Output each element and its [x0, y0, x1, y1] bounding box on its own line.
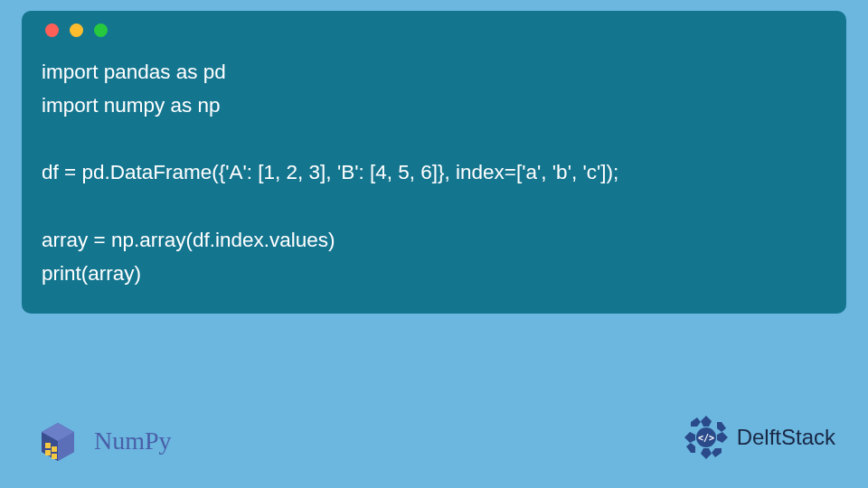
svg-rect-6 — [52, 446, 57, 452]
numpy-label: NumPy — [94, 427, 172, 455]
code-line: import pandas as pd — [42, 61, 226, 83]
delftstack-logo-icon: </> — [681, 412, 731, 463]
maximize-dot-icon — [94, 23, 108, 37]
svg-rect-4 — [45, 443, 51, 448]
minimize-dot-icon — [70, 23, 83, 37]
svg-rect-7 — [52, 454, 57, 459]
delftstack-brand: </> DelftStack — [681, 412, 835, 463]
svg-rect-5 — [45, 450, 51, 455]
window-controls — [42, 23, 826, 37]
close-dot-icon — [45, 23, 59, 37]
code-line: df = pd.DataFrame({'A': [1, 2, 3], 'B': … — [42, 161, 618, 183]
code-block: import pandas as pd import numpy as np d… — [42, 55, 826, 290]
code-line: array = np.array(df.index.values) — [42, 229, 335, 251]
numpy-brand: NumPy — [33, 416, 172, 466]
code-line: import numpy as np — [42, 94, 221, 117]
code-line: print(array) — [42, 262, 141, 285]
numpy-cube-icon — [33, 416, 83, 466]
delftstack-label: DelftStack — [737, 425, 835, 450]
svg-text:</>: </> — [698, 433, 714, 443]
code-card: import pandas as pd import numpy as np d… — [22, 11, 846, 314]
